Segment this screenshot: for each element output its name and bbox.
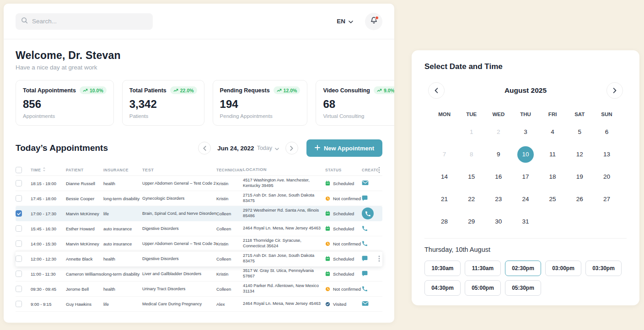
calendar-day-20[interactable]: 20 <box>593 165 620 188</box>
stat-value: 3,342 <box>129 98 197 111</box>
chat-icon[interactable] <box>362 195 368 201</box>
appointment-row[interactable]: 11:00 - 11:30 Cameron Williamson long-te… <box>16 266 382 282</box>
calendar-day-9[interactable]: 9 <box>485 143 512 165</box>
row-checkbox[interactable] <box>16 210 22 217</box>
row-checkbox[interactable] <box>16 271 22 277</box>
col-patient[interactable]: Patient <box>66 168 103 172</box>
search-input[interactable] <box>32 18 147 25</box>
phone-icon[interactable] <box>362 286 368 292</box>
calendar-day-29[interactable]: 29 <box>458 210 485 233</box>
header-kebab-icon[interactable] <box>378 167 384 173</box>
calendar-day-28[interactable]: 28 <box>431 210 458 233</box>
calendar-day-2[interactable]: 2 <box>485 121 512 143</box>
table-header: TimePatientInsuranceTestTechnicianLocati… <box>16 164 382 176</box>
mail-icon[interactable] <box>362 301 369 306</box>
calendar-month-label: August 2025 <box>504 86 547 95</box>
cell-patient: Annette Black <box>66 256 103 261</box>
appointment-row[interactable]: 9:00 - 9:15 Guy Hawkins life Medical Car… <box>16 297 382 312</box>
row-checkbox[interactable] <box>16 225 22 232</box>
cell-patient: Marvin McKinney <box>66 211 103 216</box>
date-selector[interactable]: Jun 24, 2022 Today <box>217 144 279 152</box>
calendar-day-12[interactable]: 12 <box>566 143 593 165</box>
col-location[interactable]: Location <box>243 167 325 173</box>
time-slot-04:30pm[interactable]: 04:30pm <box>424 280 461 296</box>
col-technician[interactable]: Technician <box>216 168 243 172</box>
appointment-row[interactable]: 17:45 - 18:00 Bessie Cooper long-term di… <box>16 191 382 206</box>
phone-icon[interactable] <box>362 240 368 246</box>
phone-icon[interactable] <box>362 225 368 231</box>
calendar-day-10[interactable]: 10 <box>512 143 539 165</box>
notifications-button[interactable] <box>365 13 382 30</box>
time-slot-02:30pm[interactable]: 02:30pm <box>505 261 541 276</box>
mail-icon[interactable] <box>362 180 369 186</box>
chat-icon[interactable] <box>362 255 368 261</box>
row-kebab-icon[interactable] <box>378 255 384 262</box>
next-month-button[interactable] <box>606 82 623 99</box>
calendar-day-11[interactable]: 11 <box>539 143 566 165</box>
calendar-day-5[interactable]: 5 <box>566 121 593 143</box>
time-slot-05:00pm[interactable]: 05:00pm <box>465 280 501 296</box>
cell-patient: Marvin McKinney <box>66 241 103 246</box>
row-checkbox[interactable] <box>16 240 22 247</box>
col-creator[interactable]: Creator <box>362 168 378 172</box>
calendar-day-23[interactable]: 23 <box>485 188 512 210</box>
row-checkbox[interactable] <box>16 255 22 262</box>
calendar-day-25[interactable]: 25 <box>539 188 566 210</box>
select-all-checkbox[interactable] <box>16 167 22 173</box>
new-appointment-button[interactable]: New Appointment <box>306 139 382 157</box>
cell-insurance: auto insurance <box>103 241 142 246</box>
row-checkbox[interactable] <box>16 180 22 186</box>
calendar-day-26[interactable]: 26 <box>566 188 593 210</box>
calendar-day-1[interactable]: 1 <box>458 121 485 143</box>
row-checkbox[interactable] <box>16 301 22 307</box>
calendar-day-4[interactable]: 4 <box>539 121 566 143</box>
col-status[interactable]: Status <box>325 168 362 172</box>
appointment-row[interactable]: 09:30 - 09:45 Jerome Bell health Urinary… <box>16 282 382 297</box>
chat-icon[interactable] <box>362 271 368 277</box>
calendar-day-3[interactable]: 3 <box>512 121 539 143</box>
calendar-day-18[interactable]: 18 <box>539 165 566 188</box>
calendar-day-15[interactable]: 15 <box>458 165 485 188</box>
row-checkbox[interactable] <box>16 286 22 292</box>
calendar-day-6[interactable]: 6 <box>593 121 620 143</box>
time-slot-03:00pm[interactable]: 03:00pm <box>545 261 581 276</box>
calendar-day-31[interactable]: 31 <box>512 210 539 233</box>
calendar-day-27[interactable]: 27 <box>593 188 620 210</box>
calendar-day-16[interactable]: 16 <box>485 165 512 188</box>
appointment-row[interactable]: 14:00 - 15:30 Marvin McKinney auto insur… <box>16 236 382 251</box>
appointment-row[interactable]: 12:00 - 12:30 Annette Black health Diges… <box>16 251 382 266</box>
status-badge: Scheduled <box>325 271 362 277</box>
trend-value: 9.0% <box>384 88 394 93</box>
appointment-row[interactable]: 15:45 - 16:30 Esther Howard auto insuran… <box>16 221 382 236</box>
stat-card-2: Pending Requests 12.0% 194 Pending Appoi… <box>213 80 308 126</box>
search-input-wrap[interactable] <box>16 13 153 30</box>
language-selector[interactable]: EN <box>337 18 353 25</box>
calendar-day-19[interactable]: 19 <box>566 165 593 188</box>
calendar-day-8[interactable]: 8 <box>458 143 485 165</box>
row-checkbox[interactable] <box>16 195 22 202</box>
time-slot-11:30am[interactable]: 11:30am <box>465 261 501 276</box>
prev-month-button[interactable] <box>428 82 445 99</box>
time-slot-10:30am[interactable]: 10:30am <box>424 261 461 276</box>
calendar-day-30[interactable]: 30 <box>485 210 512 233</box>
trend-up-icon <box>173 88 178 93</box>
sort-icon[interactable] <box>43 167 46 172</box>
prev-day-button[interactable] <box>198 142 211 154</box>
calendar-day-21[interactable]: 21 <box>431 188 458 210</box>
appointment-row[interactable]: 17:00 - 17:30 Marvin McKinney life Brain… <box>16 206 382 221</box>
col-time[interactable]: Time <box>31 167 66 172</box>
picker-title: Select Date and Time <box>424 62 627 71</box>
next-day-button[interactable] <box>285 142 298 154</box>
calendar-day-22[interactable]: 22 <box>458 188 485 210</box>
calendar-day-14[interactable]: 14 <box>431 165 458 188</box>
calendar-day-7[interactable]: 7 <box>431 143 458 165</box>
time-slot-05:30pm[interactable]: 05:30pm <box>505 280 541 296</box>
calendar-day-13[interactable]: 13 <box>593 143 620 165</box>
time-slot-03:30pm[interactable]: 03:30pm <box>585 261 622 276</box>
calendar-day-17[interactable]: 17 <box>512 165 539 188</box>
col-test[interactable]: Test <box>142 168 216 172</box>
col-insurance[interactable]: Insurance <box>103 168 142 172</box>
calendar-day-24[interactable]: 24 <box>512 188 539 210</box>
phone-icon[interactable] <box>362 208 374 219</box>
appointment-row[interactable]: 18:15 - 19:00 Dianne Russell health Uppe… <box>16 176 382 191</box>
